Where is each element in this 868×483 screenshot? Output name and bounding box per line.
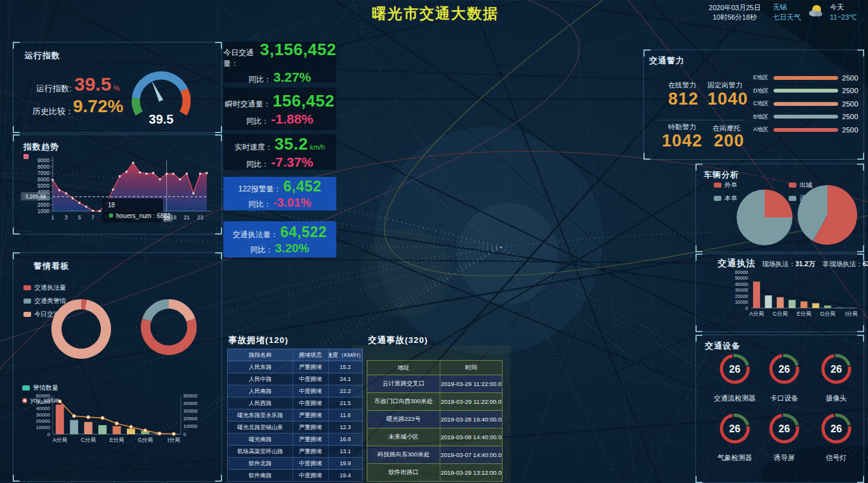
data-point[interactable] [139,172,141,174]
region-bar[interactable] [773,128,838,132]
bar[interactable] [98,425,107,434]
device-ring-chart[interactable]: 26 [717,411,753,446]
device-ring-chart[interactable]: 26 [717,351,753,387]
index-trend-chart[interactable]: 1000200030004000500060007000800090001357… [13,135,221,233]
data-point[interactable] [179,179,181,181]
data-point[interactable] [58,190,60,191]
legend-swatch-icon [789,196,796,201]
region-bar[interactable] [773,76,838,80]
table-row: 云计算路交叉口2019-03-29 11:22:00.0 [367,375,503,393]
data-point[interactable] [152,172,154,174]
yoy-value: 3.27% [273,70,312,85]
bar[interactable] [777,297,784,308]
table-cell: 2019-03-08 14:40:00.0 [440,428,502,446]
region-bar[interactable] [773,115,838,119]
svg-text:39.5: 39.5 [149,112,174,126]
page-title: 曙光市交通大数据 [372,4,499,23]
data-point[interactable] [119,176,121,177]
data-point[interactable] [79,202,81,204]
region-bar-fill [773,115,838,119]
forecast-link[interactable]: 七日天气 [773,13,801,22]
pie-slice[interactable] [169,299,195,321]
device-ring-chart[interactable]: 26 [766,351,802,387]
pie-slice[interactable] [141,318,197,355]
alarm-donut-right[interactable] [134,295,204,359]
table-cell: 16.8 [329,434,362,445]
line-point[interactable] [115,422,118,425]
vehicle-pie-right[interactable] [796,184,860,248]
weather-widget: 无锡 七日天气 今天 11~23℃ [773,3,857,22]
device-ring-chart[interactable]: 26 [766,411,802,446]
bar[interactable] [789,300,796,308]
legend-item[interactable]: 交通执法量 [23,283,66,292]
pie-slice[interactable] [142,299,169,321]
bar[interactable] [127,428,135,434]
data-point[interactable] [199,173,201,175]
line-point[interactable] [158,432,161,435]
svg-text:26: 26 [729,423,740,434]
operation-gauge-chart[interactable]: 39.5 [121,55,204,130]
region-bar[interactable] [773,89,838,93]
line-point[interactable] [172,432,175,435]
data-point[interactable] [192,193,194,195]
bar[interactable] [56,404,64,434]
bar[interactable] [753,281,760,308]
line-point[interactable] [129,425,133,428]
bar[interactable] [84,422,93,434]
data-point[interactable] [132,162,134,164]
gauge-segment [136,98,139,113]
data-point[interactable] [98,210,100,212]
panel-corner [695,164,702,171]
vehicle-pie-left[interactable] [734,187,795,248]
data-point[interactable] [65,193,67,195]
svg-text:40000: 40000 [183,401,198,406]
table-row: 未来城小区2019-03-08 14:40:00.0 [367,428,503,446]
bar[interactable] [824,306,831,308]
police-stat-label: 固定岗警力 [707,80,742,90]
bar[interactable] [801,302,808,308]
line-point[interactable] [87,416,90,419]
data-point[interactable] [206,172,208,174]
bar[interactable] [765,295,772,308]
data-point[interactable] [72,198,74,200]
enforcement-bar-chart[interactable]: 0100002000030000400005000060000A分局C分局E分局… [721,268,861,329]
data-point[interactable] [173,173,174,175]
device-ring-chart[interactable]: 26 [819,351,854,387]
device-ring-chart[interactable]: 26 [819,411,854,446]
line-point[interactable] [72,415,76,418]
today-label: 今天 [830,3,857,11]
table-cell: 2019-03-29 11:22:00.0 [440,393,502,410]
panel-corner [857,245,864,252]
data-point[interactable] [186,173,188,175]
gauge-needle [152,80,163,101]
line-point[interactable] [101,416,104,420]
pie-slice[interactable] [51,299,111,359]
svg-text:1000: 1000 [37,208,49,214]
bar[interactable] [812,303,819,308]
data-point[interactable] [112,189,114,191]
alarm-donut-left[interactable] [39,297,124,361]
bar[interactable] [70,420,78,434]
date-text: 2020年03月25日 [703,3,766,13]
region-bar[interactable] [773,102,838,106]
offsite-label: 非现场执法： [822,260,862,267]
data-point[interactable] [126,171,128,173]
panel-corner [13,475,20,482]
region-value: 2500 [842,100,861,108]
legend-swatch-icon [714,183,721,188]
data-point[interactable] [85,206,87,208]
data-point[interactable] [145,173,147,175]
table-cell: 未来城小区 [367,428,440,446]
line-point[interactable] [143,429,147,432]
line-point[interactable] [58,400,62,403]
data-point[interactable] [159,179,161,181]
alarm-bar-chart[interactable]: 0100002000030000400005000060000010000200… [16,377,219,479]
bar[interactable] [113,426,121,434]
data-point[interactable] [166,173,168,175]
data-point[interactable] [52,179,54,181]
table-row: 机场高架至环山路严重拥堵13.1 [227,446,363,458]
data-point[interactable] [92,210,94,212]
city-label: 无锡 [773,3,801,11]
divider [658,120,744,120]
bar[interactable] [836,307,843,308]
